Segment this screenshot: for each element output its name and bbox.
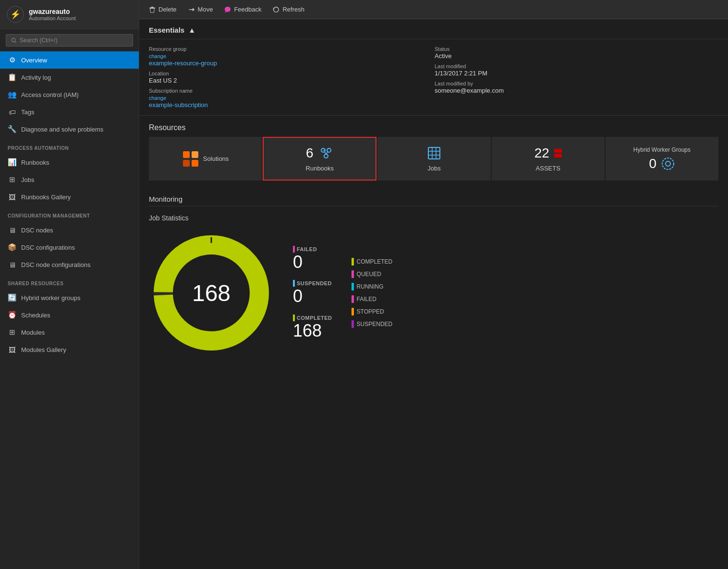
essentials-resource-group: Resource group change example-resource-g… — [149, 46, 433, 67]
sidebar-item-label: Modules — [21, 329, 45, 336]
essentials-header: Essentials ▲ — [139, 19, 728, 39]
legend-failed-label: FAILED — [357, 296, 376, 303]
refresh-icon — [273, 6, 279, 13]
app-subtitle: Automation Account — [29, 15, 76, 21]
subscription-change-link[interactable]: change — [149, 95, 166, 101]
sidebar-item-dsc-node-config[interactable]: 🖥 DSC node configurations — [0, 256, 139, 273]
svg-point-22 — [666, 161, 670, 166]
move-label: Move — [198, 6, 213, 13]
feedback-button[interactable]: Feedback — [224, 6, 261, 13]
svg-rect-7 — [192, 151, 198, 158]
sidebar-item-label: Diagnose and solve problems — [21, 126, 103, 133]
failed-bar — [293, 246, 295, 253]
section-label-process-automation: PROCESS AUTOMATION — [0, 138, 139, 154]
resource-card-assets[interactable]: 22 ASSETS — [492, 137, 605, 181]
sidebar-item-runbooks[interactable]: 📊 Runbooks — [0, 154, 139, 171]
stat-failed: FAILED 0 — [293, 246, 332, 272]
dsc-nodes-icon: 🖥 — [8, 226, 16, 234]
access-control-icon: 👥 — [8, 90, 16, 99]
resource-card-hybrid-worker-groups[interactable]: Hybrid Worker Groups 0 — [606, 137, 718, 181]
app-logo: ⚡ — [7, 6, 24, 23]
toolbar: Delete Move Feedback Refresh — [139, 0, 728, 19]
subscription-label: Subscription name — [149, 88, 433, 94]
assets-count: 22 — [534, 145, 549, 161]
suspended-label: SUSPENDED — [293, 280, 332, 287]
completed-label: COMPLETED — [293, 315, 332, 321]
runbooks-count: 6 — [306, 145, 314, 161]
sidebar-item-hybrid-worker-groups[interactable]: 🔄 Hybrid worker groups — [0, 289, 139, 306]
resource-group-change-link[interactable]: change — [149, 53, 166, 59]
resource-group-value-link[interactable]: example-resource-group — [149, 60, 217, 67]
dsc-node-config-icon: 🖥 — [8, 260, 16, 269]
refresh-button[interactable]: Refresh — [273, 6, 304, 13]
sidebar-item-activity-log[interactable]: 📋 Activity log — [0, 69, 139, 86]
legend-suspended: SUSPENDED — [352, 320, 393, 328]
subscription-value-link[interactable]: example-subscription — [149, 101, 208, 109]
hybrid-worker-groups-count: 0 — [649, 156, 657, 171]
suspended-bar — [293, 280, 295, 287]
sidebar-item-diagnose[interactable]: 🔧 Diagnose and solve problems — [0, 121, 139, 138]
sidebar-item-dsc-nodes[interactable]: 🖥 DSC nodes — [0, 221, 139, 239]
sidebar-item-modules[interactable]: ⊞ Modules — [0, 324, 139, 341]
sidebar-item-tags[interactable]: 🏷 Tags — [0, 103, 139, 121]
location-value: East US 2 — [149, 77, 177, 84]
sidebar-item-runbooks-gallery[interactable]: 🖼 Runbooks Gallery — [0, 188, 139, 206]
resources-grid: Solutions 6 Runbooks — [139, 137, 728, 190]
essentials-location: Location East US 2 — [149, 71, 433, 84]
svg-rect-16 — [428, 147, 440, 159]
svg-point-12 — [324, 154, 328, 158]
monitoring-title: Monitoring — [149, 190, 718, 206]
legend-running-label: RUNNING — [357, 283, 384, 290]
stat-col-left: FAILED 0 SUSPENDED 0 — [293, 246, 332, 340]
delete-button[interactable]: Delete — [149, 6, 177, 13]
legend-queued-dot — [352, 270, 354, 278]
sidebar-item-label: DSC nodes — [21, 227, 53, 234]
donut-center: 168 — [192, 280, 231, 306]
dsc-configurations-icon: 📦 — [8, 243, 16, 252]
legend-failed-dot — [352, 295, 354, 303]
sidebar-item-label: Runbooks — [21, 159, 49, 166]
search-icon — [11, 37, 17, 44]
move-button[interactable]: Move — [188, 6, 213, 13]
app-title: gwazureauto — [29, 8, 76, 15]
sidebar-item-schedules[interactable]: ⏰ Schedules — [0, 306, 139, 324]
sidebar-item-access-control[interactable]: 👥 Access control (IAM) — [0, 86, 139, 103]
sidebar-item-dsc-configurations[interactable]: 📦 DSC configurations — [0, 239, 139, 256]
tags-icon: 🏷 — [8, 108, 16, 116]
sidebar-item-label: Tags — [21, 109, 34, 116]
hybrid-worker-groups-label: Hybrid Worker Groups — [633, 146, 691, 153]
sidebar-item-modules-gallery[interactable]: 🖼 Modules Gallery — [0, 341, 139, 358]
last-modified-value: 1/13/2017 2:21 PM — [435, 70, 487, 77]
legend-suspended-label: SUSPENDED — [357, 321, 393, 327]
sidebar-item-overview[interactable]: ⚙ Overview — [0, 51, 139, 69]
refresh-label: Refresh — [282, 6, 304, 13]
svg-rect-9 — [192, 160, 198, 167]
sidebar-header: ⚡ gwazureauto Automation Account — [0, 0, 139, 29]
failed-label: FAILED — [293, 246, 332, 253]
essentials-subscription: Subscription name change example-subscri… — [149, 88, 433, 109]
resource-card-runbooks[interactable]: 6 Runbooks — [263, 137, 376, 181]
modules-icon: ⊞ — [8, 328, 16, 337]
svg-text:⚡: ⚡ — [10, 9, 21, 20]
svg-rect-6 — [183, 151, 190, 158]
runbooks-icon: 📊 — [8, 158, 16, 167]
feedback-icon — [224, 6, 231, 13]
legend-stopped: STOPPED — [352, 308, 393, 315]
search-input[interactable] — [20, 37, 128, 44]
resource-card-solutions[interactable]: Solutions — [149, 137, 262, 181]
legend-completed-label: COMPLETED — [357, 258, 393, 265]
activity-log-icon: 📋 — [8, 73, 16, 82]
sidebar-item-jobs[interactable]: ⊞ Jobs — [0, 171, 139, 188]
resource-group-label: Resource group — [149, 46, 433, 52]
search-box[interactable] — [6, 34, 133, 47]
chevron-up-icon[interactable]: ▲ — [188, 26, 195, 34]
donut-chart: 168 — [149, 230, 274, 355]
location-label: Location — [149, 71, 433, 76]
schedules-icon: ⏰ — [8, 311, 16, 319]
resource-card-jobs[interactable]: Jobs — [377, 137, 490, 181]
runbooks-label: Runbooks — [306, 165, 334, 172]
essentials-last-modified: Last modified 1/13/2017 2:21 PM — [435, 63, 718, 77]
completed-value: 168 — [293, 321, 332, 340]
job-stats-label: Job Statistics — [149, 210, 718, 226]
legend-queued-label: QUEUED — [357, 271, 381, 278]
